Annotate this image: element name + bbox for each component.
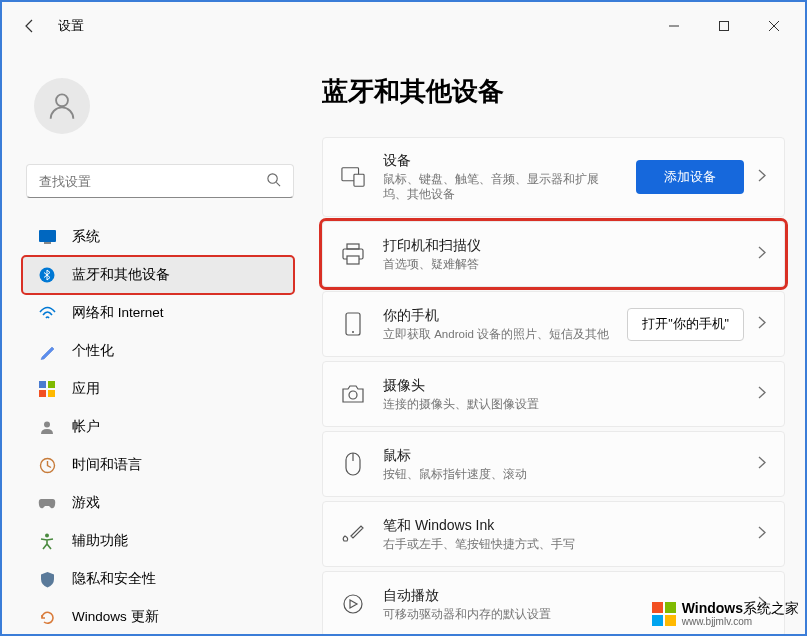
chevron-right-icon xyxy=(758,525,766,543)
card-title: 摄像头 xyxy=(383,377,740,395)
close-button[interactable] xyxy=(751,10,797,42)
chevron-right-icon xyxy=(758,455,766,473)
sidebar-item-label: 帐户 xyxy=(72,418,100,436)
sidebar-item-label: 游戏 xyxy=(72,494,100,512)
search-input[interactable] xyxy=(39,174,266,189)
svg-point-21 xyxy=(352,331,354,333)
card-subtitle: 鼠标、键盘、触笔、音频、显示器和扩展坞、其他设备 xyxy=(383,172,618,202)
sidebar-item-network[interactable]: 网络和 Internet xyxy=(22,294,294,332)
accessibility-icon xyxy=(38,532,56,550)
card-subtitle: 右手或左手、笔按钮快捷方式、手写 xyxy=(383,537,740,552)
card-pen-ink[interactable]: 笔和 Windows Ink 右手或左手、笔按钮快捷方式、手写 xyxy=(322,501,785,567)
privacy-icon xyxy=(38,570,56,588)
back-button[interactable] xyxy=(10,6,50,46)
sidebar-item-system[interactable]: 系统 xyxy=(22,218,294,256)
phone-icon xyxy=(341,312,365,336)
sidebar-item-label: 系统 xyxy=(72,228,100,246)
card-devices[interactable]: 设备 鼠标、键盘、触笔、音频、显示器和扩展坞、其他设备 添加设备 xyxy=(322,137,785,217)
svg-rect-8 xyxy=(39,381,46,388)
chevron-right-icon xyxy=(758,385,766,403)
card-your-phone[interactable]: 你的手机 立即获取 Android 设备的照片、短信及其他 打开"你的手机" xyxy=(322,291,785,357)
watermark-suffix: 系统之家 xyxy=(743,600,799,616)
maximize-button[interactable] xyxy=(701,10,747,42)
card-title: 设备 xyxy=(383,152,618,170)
sidebar-item-label: 时间和语言 xyxy=(72,456,142,474)
chevron-right-icon xyxy=(758,168,766,186)
sidebar-item-label: 辅助功能 xyxy=(72,532,128,550)
svg-rect-11 xyxy=(48,390,55,397)
chevron-right-icon xyxy=(758,315,766,333)
network-icon xyxy=(38,304,56,322)
sidebar-item-label: 应用 xyxy=(72,380,100,398)
card-title: 你的手机 xyxy=(383,307,609,325)
search-icon xyxy=(266,172,281,191)
svg-rect-9 xyxy=(48,381,55,388)
sidebar-item-gaming[interactable]: 游戏 xyxy=(22,484,294,522)
card-title: 笔和 Windows Ink xyxy=(383,517,740,535)
card-title: 打印机和扫描仪 xyxy=(383,237,740,255)
app-title: 设置 xyxy=(58,17,84,35)
svg-point-12 xyxy=(44,422,50,428)
sidebar-item-label: 网络和 Internet xyxy=(72,304,164,322)
svg-point-3 xyxy=(268,173,277,182)
sidebar-item-personalization[interactable]: 个性化 xyxy=(22,332,294,370)
watermark: Windows系统之家 www.bjjmlv.com xyxy=(650,600,799,628)
svg-line-4 xyxy=(276,182,280,186)
main-content: 蓝牙和其他设备 设备 鼠标、键盘、触笔、音频、显示器和扩展坞、其他设备 添加设备… xyxy=(310,50,805,634)
accounts-icon xyxy=(38,418,56,436)
svg-point-2 xyxy=(56,94,68,106)
sidebar-item-label: 隐私和安全性 xyxy=(72,570,156,588)
time-language-icon xyxy=(38,456,56,474)
svg-rect-17 xyxy=(347,244,359,249)
svg-rect-28 xyxy=(652,615,663,626)
svg-rect-16 xyxy=(354,174,364,186)
watermark-brand: Windows xyxy=(682,600,743,616)
svg-rect-29 xyxy=(665,615,676,626)
watermark-url: www.bjjmlv.com xyxy=(682,616,799,627)
system-icon xyxy=(38,228,56,246)
svg-point-22 xyxy=(349,391,357,399)
devices-icon xyxy=(341,165,365,189)
avatar[interactable] xyxy=(34,78,90,134)
sidebar-item-accounts[interactable]: 帐户 xyxy=(22,408,294,446)
windows-update-icon xyxy=(38,608,56,626)
card-subtitle: 连接的摄像头、默认图像设置 xyxy=(383,397,740,412)
card-subtitle: 立即获取 Android 设备的照片、短信及其他 xyxy=(383,327,609,342)
card-subtitle: 首选项、疑难解答 xyxy=(383,257,740,272)
open-your-phone-button[interactable]: 打开"你的手机" xyxy=(627,308,744,341)
sidebar-item-bluetooth[interactable]: 蓝牙和其他设备 xyxy=(22,256,294,294)
svg-rect-5 xyxy=(39,230,56,242)
svg-rect-19 xyxy=(347,256,359,264)
sidebar-item-time-language[interactable]: 时间和语言 xyxy=(22,446,294,484)
sidebar-item-label: Windows 更新 xyxy=(72,608,159,626)
search-box[interactable] xyxy=(26,164,294,198)
minimize-button[interactable] xyxy=(651,10,697,42)
sidebar-item-label: 个性化 xyxy=(72,342,114,360)
sidebar-item-privacy[interactable]: 隐私和安全性 xyxy=(22,560,294,598)
camera-icon xyxy=(341,382,365,406)
windows-logo-icon xyxy=(650,600,678,628)
card-title: 鼠标 xyxy=(383,447,740,465)
svg-rect-1 xyxy=(720,22,729,31)
svg-rect-26 xyxy=(652,602,663,613)
personalization-icon xyxy=(38,342,56,360)
svg-point-25 xyxy=(344,595,362,613)
card-mouse[interactable]: 鼠标 按钮、鼠标指针速度、滚动 xyxy=(322,431,785,497)
page-title: 蓝牙和其他设备 xyxy=(322,74,785,109)
gaming-icon xyxy=(38,494,56,512)
sidebar-item-apps[interactable]: 应用 xyxy=(22,370,294,408)
card-cameras[interactable]: 摄像头 连接的摄像头、默认图像设置 xyxy=(322,361,785,427)
pen-ink-icon xyxy=(341,522,365,546)
chevron-right-icon xyxy=(758,245,766,263)
svg-rect-6 xyxy=(44,242,51,244)
card-printers[interactable]: 打印机和扫描仪 首选项、疑难解答 xyxy=(322,221,785,287)
svg-point-14 xyxy=(45,533,49,537)
sidebar-item-accessibility[interactable]: 辅助功能 xyxy=(22,522,294,560)
svg-rect-27 xyxy=(665,602,676,613)
sidebar-item-windows-update[interactable]: Windows 更新 xyxy=(22,598,294,636)
autoplay-icon xyxy=(341,592,365,616)
bluetooth-icon xyxy=(38,266,56,284)
mouse-icon xyxy=(341,452,365,476)
add-device-button[interactable]: 添加设备 xyxy=(636,160,744,194)
printer-icon xyxy=(341,242,365,266)
